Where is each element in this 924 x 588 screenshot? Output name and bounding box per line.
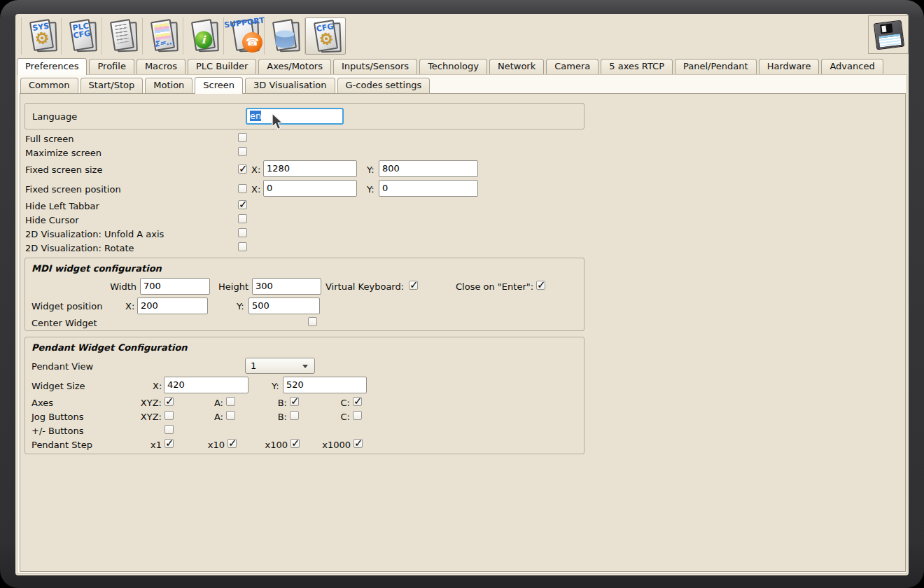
fixed-size-x-input[interactable]: 1280 (263, 160, 357, 177)
rotate-2d-checkbox[interactable] (238, 242, 247, 251)
mdi-width-input[interactable]: 700 (140, 278, 210, 295)
mdi-widget-group: MDI widget configuration Width 700 Heigh… (24, 258, 584, 331)
full-screen-label: Full screen (25, 134, 74, 144)
jog-buttons-label: Jog Buttons (31, 412, 84, 422)
mdi-pos-y-input[interactable]: 500 (248, 298, 320, 314)
widget-size-y-label: Y: (272, 381, 279, 391)
maximize-screen-label: Maximize screen (25, 148, 102, 158)
step-x1-label: x1 (120, 440, 162, 450)
tab-hardware[interactable]: Hardware (759, 59, 820, 74)
widget-position-label: Widget position (31, 301, 102, 312)
tab-inputs-sensors[interactable]: Inputs/Sensors (333, 59, 417, 74)
tab-advanced[interactable]: Advanced (821, 59, 883, 74)
step-x100-checkbox[interactable] (290, 439, 300, 448)
unfold-a-axis-label: 2D Visualization: Unfold A axis (25, 229, 164, 239)
jog-c-checkbox[interactable] (353, 411, 362, 420)
mdi-pos-y-label: Y: (237, 301, 244, 312)
tab-plc-builder[interactable]: PLC Builder (188, 59, 256, 74)
save-button[interactable] (868, 15, 909, 54)
tab-panel-pendant[interactable]: Panel/Pendant (675, 59, 757, 74)
fixed-pos-x-input[interactable]: 0 (263, 180, 357, 197)
fixed-size-y-input[interactable]: 800 (379, 160, 478, 177)
language-group: Language en (24, 103, 584, 130)
axes-label: Axes (31, 398, 53, 408)
size-y-label: Y: (367, 164, 374, 175)
subtab-screen[interactable]: Screen (195, 77, 243, 94)
support-button[interactable]: SUPPORT ☎ (224, 18, 265, 55)
subtab-motion[interactable]: Motion (145, 78, 192, 93)
virtual-keyboard-label: Virtual Keyboard: (326, 281, 404, 292)
fixed-screen-position-checkbox[interactable] (238, 184, 247, 193)
maximize-screen-checkbox[interactable] (238, 147, 247, 156)
hide-left-tabbar-label: Hide Left Tabbar (25, 201, 99, 211)
tab-preferences[interactable]: Preferences (17, 58, 87, 75)
system-settings-button[interactable]: SYS ⚙ (21, 18, 62, 55)
jog-a-checkbox[interactable] (226, 411, 235, 420)
floppy-shutter (880, 23, 892, 34)
widget-size-y-input[interactable]: 520 (283, 377, 367, 393)
database-button[interactable] (265, 18, 305, 55)
tab-profile[interactable]: Profile (89, 59, 134, 74)
subtab-common[interactable]: Common (20, 78, 78, 93)
close-on-enter-checkbox[interactable] (536, 281, 545, 290)
app-window: SYS ⚙ PLC CFG Σ (15, 14, 909, 575)
full-screen-checkbox[interactable] (238, 133, 247, 142)
screen-settings-pane: Language en Full screen Maximize screen … (20, 93, 906, 572)
size-x-label: X: (251, 164, 260, 175)
mdi-height-input[interactable]: 300 (252, 278, 321, 295)
document-icon: SYS ⚙ (29, 19, 54, 51)
axes-xyz-checkbox[interactable] (164, 397, 174, 406)
fixed-pos-y-input[interactable]: 0 (379, 180, 478, 197)
macro-wizard-button[interactable]: Σ=... (143, 18, 183, 55)
plusminus-buttons-label: +/- Buttons (31, 426, 83, 436)
fixed-screen-position-label: Fixed screen position (25, 184, 121, 195)
mdi-width-label: Width (94, 281, 136, 292)
axes-b-checkbox[interactable] (290, 397, 299, 406)
plc-configuration-button[interactable]: PLC CFG (62, 18, 102, 55)
subtab-3d-visualisation[interactable]: 3D Visualisation (245, 78, 335, 93)
step-x10-checkbox[interactable] (227, 439, 237, 448)
preferences-pane: Common Start/Stop Motion Screen 3D Visua… (17, 74, 907, 574)
tab-5-axes-rtcp[interactable]: 5 axes RTCP (601, 59, 673, 74)
axes-c-checkbox[interactable] (353, 397, 362, 406)
virtual-keyboard-checkbox[interactable] (409, 281, 418, 290)
axes-a-checkbox[interactable] (226, 397, 235, 406)
jog-xyz-label: XYZ: (120, 412, 162, 422)
pendant-view-select[interactable]: 1 (245, 358, 315, 374)
tab-technology[interactable]: Technology (419, 59, 487, 74)
sub-tabbar: Common Start/Stop Motion Screen 3D Visua… (20, 76, 432, 93)
fixed-screen-size-checkbox[interactable] (238, 164, 247, 174)
widget-size-x-input[interactable]: 420 (164, 377, 248, 393)
mdi-pos-x-input[interactable]: 200 (137, 298, 208, 314)
subtab-gcodes-settings[interactable]: G-codes settings (337, 78, 430, 93)
unfold-a-axis-checkbox[interactable] (238, 228, 247, 237)
hide-left-tabbar-checkbox[interactable] (238, 200, 247, 209)
mdi-height-label: Height (206, 281, 248, 292)
jog-a-label: A: (181, 412, 223, 422)
jog-b-label: B: (245, 412, 287, 422)
pendant-group-title: Pendant Widget Configuration (31, 342, 188, 353)
mouse-cursor (269, 113, 286, 132)
step-x1-checkbox[interactable] (164, 439, 174, 448)
hide-cursor-checkbox[interactable] (238, 214, 247, 223)
pos-y-label: Y: (367, 184, 374, 195)
center-widget-checkbox[interactable] (308, 317, 317, 326)
axes-b-label: B: (245, 398, 287, 408)
floppy-disk-icon (874, 20, 904, 50)
tab-network[interactable]: Network (489, 59, 544, 74)
cfg-settings-button[interactable]: CFG ⚙ (305, 18, 346, 55)
axes-c-label: C: (308, 398, 350, 408)
axes-xyz-label: XYZ: (120, 398, 162, 408)
language-input[interactable]: en (246, 108, 344, 125)
step-x1000-checkbox[interactable] (354, 439, 363, 448)
window-frame: SYS ⚙ PLC CFG Σ (0, 0, 924, 588)
tab-camera[interactable]: Camera (546, 59, 598, 74)
plusminus-checkbox[interactable] (164, 425, 174, 434)
mdi-pos-x-label: X: (125, 301, 134, 312)
tab-macros[interactable]: Macros (136, 59, 186, 74)
jog-b-checkbox[interactable] (290, 411, 299, 420)
log-document-button[interactable] (102, 18, 143, 55)
tab-axes-motors[interactable]: Axes/Motors (258, 59, 331, 74)
jog-xyz-checkbox[interactable] (164, 411, 174, 420)
subtab-start-stop[interactable]: Start/Stop (80, 78, 144, 93)
